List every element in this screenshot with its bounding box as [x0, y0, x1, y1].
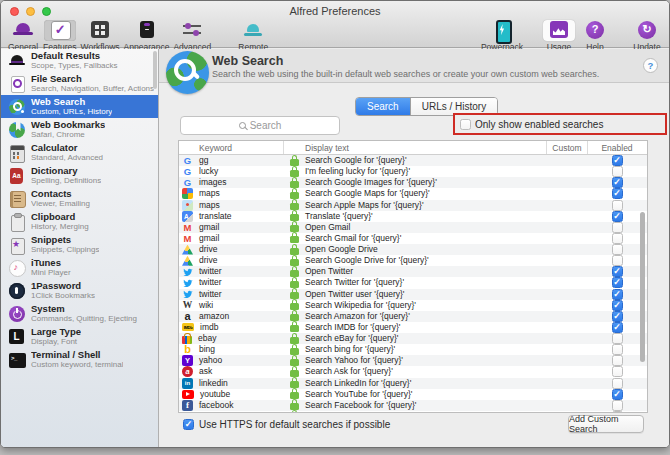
toolbar-item-update[interactable]: Update	[631, 20, 663, 52]
table-row[interactable]: driveOpen Google Drive	[179, 244, 647, 255]
add-custom-search-button[interactable]: Add Custom Search	[568, 415, 644, 433]
enabled-checkbox[interactable]	[612, 222, 623, 233]
table-row[interactable]: facebookSearch Facebook for '{query}'	[179, 400, 647, 411]
enabled-checkbox[interactable]	[612, 355, 623, 366]
table-row[interactable]: amazonSearch Amazon for '{query}'	[179, 311, 647, 322]
table-row[interactable]: twitterOpen Twitter	[179, 266, 647, 277]
table-row[interactable]: mapsSearch Apple Maps for '{query}'	[179, 200, 647, 211]
enabled-checkbox[interactable]	[612, 311, 623, 322]
sidebar-scrollbar[interactable]	[153, 51, 157, 89]
search-input[interactable]: Search	[180, 116, 340, 135]
enabled-checkbox[interactable]	[612, 289, 623, 300]
enabled-checkbox[interactable]	[612, 266, 623, 277]
enabled-checkbox[interactable]	[612, 344, 623, 355]
column-header-enabled[interactable]: Enabled	[588, 141, 646, 154]
table-row[interactable]: yahooSearch Yahoo for '{query}'	[179, 355, 647, 366]
sidebar-item-contacts[interactable]: ContactsViewer, Emailing	[1, 187, 158, 210]
twitter-icon	[182, 266, 193, 277]
keyword-text: flickr	[199, 411, 216, 413]
toolbar-icon-wrap	[237, 20, 269, 41]
sidebar-item-itunes[interactable]: iTunesMini Player	[1, 256, 158, 279]
table-row[interactable]: twitterSearch Twitter for '{query}'	[179, 277, 647, 288]
table-row[interactable]: ebaySearch eBay for '{query}'	[179, 333, 647, 344]
table-row[interactable]: luckyI'm feeling lucky for '{query}'	[179, 166, 647, 177]
enabled-checkbox[interactable]	[612, 389, 623, 400]
toolbar-item-help[interactable]: Help	[579, 20, 611, 52]
enabled-checkbox[interactable]	[612, 400, 623, 411]
table-scrollbar[interactable]	[640, 212, 645, 362]
sidebar-item-clipboard[interactable]: ClipboardHistory, Merging	[1, 210, 158, 233]
tab-search[interactable]: Search	[356, 98, 410, 115]
sidebar-item-system[interactable]: SystemCommands, Quitting, Ejecting	[1, 302, 158, 325]
table-row[interactable]: bingSearch bing for '{query}'	[179, 344, 647, 355]
enabled-checkbox[interactable]	[612, 411, 623, 413]
flickr-icon	[182, 411, 193, 413]
sidebar-item-file-search[interactable]: File SearchSearch, Navigation, Buffer, A…	[1, 72, 158, 95]
sidebar-item-terminal-shell[interactable]: Terminal / ShellCustom keyword, terminal	[1, 348, 158, 371]
enabled-checkbox[interactable]	[612, 211, 623, 222]
gmail-icon	[182, 233, 193, 244]
toolbar-item-features[interactable]: Features	[43, 20, 77, 52]
enabled-checkbox[interactable]	[612, 333, 623, 344]
toolbar-item-workflows[interactable]: Workflows	[81, 20, 120, 52]
enabled-checkbox[interactable]	[612, 378, 623, 389]
column-header-custom[interactable]: Custom	[547, 141, 588, 154]
column-header-display-text[interactable]: Display text	[284, 141, 547, 154]
sidebar-item-calculator[interactable]: CalculatorStandard, Advanced	[1, 141, 158, 164]
table-row[interactable]: driveSearch Google Drive for '{query}'	[179, 255, 647, 266]
table-row[interactable]: gmailOpen Gmail	[179, 222, 647, 233]
toolbar-item-remote[interactable]: Remote	[237, 20, 269, 52]
enabled-checkbox[interactable]	[612, 366, 623, 377]
table-row[interactable]: askSearch Ask for '{query}'	[179, 366, 647, 377]
enabled-checkbox[interactable]	[612, 244, 623, 255]
table-row[interactable]: ggSearch Google for '{query}'	[179, 155, 647, 166]
toolbar-item-general[interactable]: General	[7, 20, 39, 52]
table-row[interactable]: twitterOpen Twitter user '{query}'	[179, 289, 647, 300]
column-header-keyword[interactable]: Keyword	[179, 141, 284, 154]
sidebar-item-1password[interactable]: 1Password1Click Bookmarks	[1, 279, 158, 302]
display-text-cell: Search Twitter for '{query}'	[284, 277, 547, 288]
table-row[interactable]: gmailSearch Gmail for '{query}'	[179, 233, 647, 244]
https-checkbox[interactable]	[183, 419, 194, 430]
sidebar-item-subtitle: Mini Player	[31, 268, 71, 277]
table-row[interactable]: linkedinSearch LinkedIn for '{query}'	[179, 378, 647, 389]
help-icon[interactable]: ?	[643, 58, 658, 73]
table-row[interactable]: flickrSearch Flickr for '{query}'	[179, 411, 647, 413]
dictionary-icon	[8, 167, 25, 184]
titlebar[interactable]: Alfred Preferences	[1, 1, 669, 21]
powerpack-icon	[490, 21, 514, 40]
sidebar-item-default-results[interactable]: Default ResultsScope, Types, Fallbacks	[1, 49, 158, 72]
keyword-cell: yahoo	[179, 355, 284, 366]
toolbar-item-usage[interactable]: Usage	[543, 20, 575, 52]
sidebar-item-web-search[interactable]: Web SearchCustom, URLs, History	[1, 95, 158, 118]
table-row[interactable]: youtubeSearch YouTube for '{query}'	[179, 389, 647, 400]
enabled-checkbox[interactable]	[612, 155, 623, 166]
table-row[interactable]: translateTranslate '{query}'	[179, 211, 647, 222]
enabled-checkbox[interactable]	[612, 200, 623, 211]
enabled-checkbox[interactable]	[612, 255, 623, 266]
enabled-checkbox[interactable]	[612, 300, 623, 311]
table-row[interactable]: wikiSearch Wikipedia for '{query}'	[179, 300, 647, 311]
enabled-checkbox[interactable]	[612, 177, 623, 188]
toolbar-item-appearance[interactable]: Appearance	[124, 20, 170, 52]
enabled-checkbox[interactable]	[612, 277, 623, 288]
sidebar-item-text: ContactsViewer, Emailing	[31, 189, 90, 208]
enabled-cell	[588, 289, 646, 300]
sidebar-item-dictionary[interactable]: DictionarySpelling, Definitions	[1, 164, 158, 187]
enabled-checkbox[interactable]	[612, 188, 623, 199]
enabled-checkbox[interactable]	[612, 166, 623, 177]
table-row[interactable]: imdbSearch IMDB for '{query}'	[179, 322, 647, 333]
table-row[interactable]: imagesSearch Google Images for '{query}'	[179, 177, 647, 188]
keyword-cell: maps	[179, 188, 284, 199]
toolbar-item-powerpack[interactable]: Powerpack	[481, 20, 523, 52]
sidebar-item-large-type[interactable]: Large TypeDisplay, Font	[1, 325, 158, 348]
sidebar-item-web-bookmarks[interactable]: Web BookmarksSafari, Chrome	[1, 118, 158, 141]
enabled-checkbox[interactable]	[612, 233, 623, 244]
enabled-checkbox[interactable]	[612, 322, 623, 333]
keyword-text: yahoo	[199, 355, 222, 366]
toolbar-item-advanced[interactable]: Advanced	[173, 20, 211, 52]
only-show-enabled-checkbox[interactable]	[460, 119, 471, 130]
table-row[interactable]: mapsSearch Google Maps for '{query}'	[179, 188, 647, 199]
sidebar-item-snippets[interactable]: SnippetsSnippets, Clippings	[1, 233, 158, 256]
keyword-text: wiki	[199, 300, 213, 311]
